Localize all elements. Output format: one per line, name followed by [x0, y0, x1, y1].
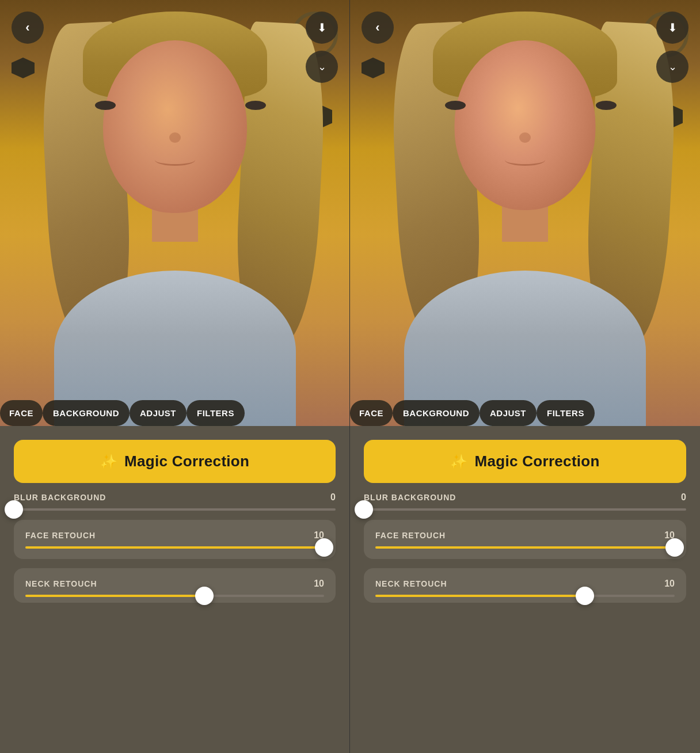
- tab-face-left[interactable]: FACE: [0, 400, 43, 426]
- blur-thumb-left[interactable]: [5, 500, 23, 519]
- chevron-down-icon: ⌄: [318, 60, 326, 73]
- magic-correction-button-left[interactable]: ✨ Magic Correction: [14, 440, 336, 483]
- blur-background-group-right: BLUR BACKGROUND 0: [364, 492, 686, 511]
- neck-retouch-thumb-right[interactable]: [576, 587, 594, 605]
- neck-retouch-value-left: 10: [314, 579, 324, 589]
- expand-button-left[interactable]: ⌄: [306, 51, 338, 83]
- face-retouch-thumb-right[interactable]: [665, 538, 684, 557]
- blur-header-left: BLUR BACKGROUND 0: [14, 492, 336, 503]
- neck-retouch-label-right: NECK RETOUCH: [375, 579, 447, 588]
- magic-correction-button-right[interactable]: ✨ Magic Correction: [364, 440, 686, 483]
- right-buttons-left: ⬇ ⌄: [306, 12, 338, 83]
- face-retouch-fill-left: [25, 546, 324, 549]
- download-button-right[interactable]: ⬇: [656, 12, 688, 44]
- neck-retouch-header-left: NECK RETOUCH 10: [25, 579, 324, 589]
- photo-area-right: ‹ ⬇ ⌄ FACE BACKGROUND ADJUST: [350, 0, 700, 426]
- magic-wand-icon-right: ✨: [450, 454, 467, 470]
- blur-value-right: 0: [681, 492, 686, 503]
- face-retouch-label-left: FACE RETOUCH: [25, 531, 96, 540]
- download-button-left[interactable]: ⬇: [306, 12, 338, 44]
- chevron-down-icon-right: ⌄: [668, 60, 677, 73]
- blur-track-right[interactable]: [364, 508, 686, 511]
- tab-bar-left: FACE BACKGROUND ADJUST FILTERS: [0, 400, 349, 426]
- face-retouch-box-right: FACE RETOUCH 10: [364, 520, 686, 559]
- neck-retouch-box-left: NECK RETOUCH 10: [14, 568, 336, 603]
- neck-retouch-fill-right: [375, 595, 585, 597]
- neck-retouch-track-left[interactable]: [25, 595, 324, 597]
- blur-header-right: BLUR BACKGROUND 0: [364, 492, 686, 503]
- neck-retouch-header-right: NECK RETOUCH 10: [375, 579, 675, 589]
- tab-background-left[interactable]: BACKGROUND: [43, 400, 130, 426]
- face-retouch-label-right: FACE RETOUCH: [375, 531, 446, 540]
- face-retouch-fill-right: [375, 546, 675, 549]
- neck-retouch-label-left: NECK RETOUCH: [25, 579, 97, 588]
- tab-adjust-left[interactable]: ADJUST: [130, 400, 187, 426]
- magic-wand-icon-left: ✨: [100, 454, 117, 470]
- blur-label-left: BLUR BACKGROUND: [14, 493, 106, 502]
- face-retouch-thumb-left[interactable]: [315, 538, 333, 557]
- neck-retouch-thumb-left[interactable]: [195, 587, 214, 605]
- face-retouch-header-left: FACE RETOUCH 10: [25, 530, 324, 541]
- blur-thumb-right[interactable]: [355, 500, 373, 519]
- blur-track-left[interactable]: [14, 508, 336, 511]
- top-buttons-right: ‹ ⬇ ⌄: [350, 0, 700, 94]
- tab-bar-right: FACE BACKGROUND ADJUST FILTERS: [350, 400, 700, 426]
- download-icon: ⬇: [317, 21, 327, 35]
- controls-area-right: ✨ Magic Correction BLUR BACKGROUND 0 FAC…: [350, 426, 700, 753]
- photo-area-left: ‹ ⬇ ⌄ FACE BACKGROUND ADJUST: [0, 0, 349, 426]
- right-buttons-right: ⬇ ⌄: [656, 12, 688, 83]
- neck-retouch-box-right: NECK RETOUCH 10: [364, 568, 686, 603]
- back-button-left[interactable]: ‹: [12, 12, 44, 44]
- neck-retouch-value-right: 10: [664, 579, 675, 589]
- neck-retouch-track-right[interactable]: [375, 595, 675, 597]
- blur-background-group-left: BLUR BACKGROUND 0: [14, 492, 336, 511]
- blur-value-left: 0: [330, 492, 336, 503]
- controls-area-left: ✨ Magic Correction BLUR BACKGROUND 0 FAC…: [0, 426, 349, 753]
- download-icon-right: ⬇: [668, 21, 678, 35]
- face-retouch-track-left[interactable]: [25, 546, 324, 549]
- face-retouch-track-right[interactable]: [375, 546, 675, 549]
- chevron-left-icon: ‹: [25, 20, 29, 35]
- panel-right: ‹ ⬇ ⌄ FACE BACKGROUND ADJUST: [350, 0, 700, 753]
- chevron-left-icon-right: ‹: [375, 20, 379, 35]
- tab-face-right[interactable]: FACE: [350, 400, 393, 426]
- blur-label-right: BLUR BACKGROUND: [364, 493, 456, 502]
- tab-adjust-right[interactable]: ADJUST: [480, 400, 537, 426]
- tab-filters-left[interactable]: FILTERS: [187, 400, 245, 426]
- panel-left: ‹ ⬇ ⌄ FACE BACKGROUND ADJUST: [0, 0, 350, 753]
- top-buttons-left: ‹ ⬇ ⌄: [0, 0, 349, 94]
- neck-retouch-fill-left: [25, 595, 204, 597]
- face-retouch-header-right: FACE RETOUCH 10: [375, 530, 675, 541]
- expand-button-right[interactable]: ⌄: [656, 51, 688, 83]
- face-retouch-box-left: FACE RETOUCH 10: [14, 520, 336, 559]
- tab-filters-right[interactable]: FILTERS: [537, 400, 595, 426]
- tab-background-right[interactable]: BACKGROUND: [393, 400, 480, 426]
- back-button-right[interactable]: ‹: [362, 12, 394, 44]
